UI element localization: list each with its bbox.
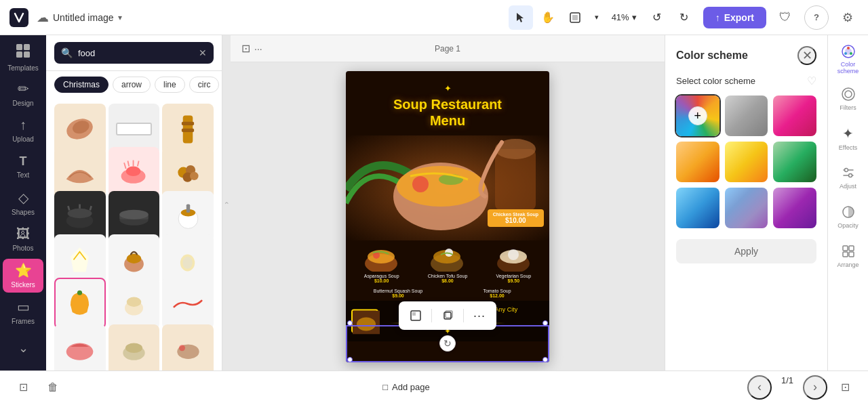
page-thumbnail-btn[interactable]: ⊡ [11, 375, 35, 400]
selection-handle-tl[interactable] [347, 320, 353, 326]
duplicate-btn[interactable] [437, 305, 458, 326]
price-tag: Chicken Steak Soup $10.00 [488, 209, 544, 227]
right-icon-adjust[interactable]: Adjust [831, 158, 866, 196]
redo-btn[interactable]: ↻ [672, 5, 696, 30]
scheme-rainbow[interactable]: + [676, 96, 719, 136]
filters-label: Filters [840, 104, 856, 111]
selection-handle-bl[interactable] [347, 357, 353, 362]
sticker-item[interactable] [108, 324, 160, 370]
right-icon-color-scheme[interactable]: Colorscheme [831, 41, 866, 79]
add-page-icon: □ [382, 382, 388, 392]
scheme-purple[interactable] [773, 188, 816, 228]
search-input[interactable] [78, 48, 193, 58]
scheme-purple-blue[interactable] [725, 188, 768, 228]
collapse-icon: ‹ [223, 202, 231, 204]
rotate-icon: ↻ [443, 338, 452, 349]
panel-collapse-handle[interactable]: ‹ [222, 35, 231, 370]
sidebar-item-more[interactable]: ⌄ [3, 331, 43, 365]
frames-label: Frames [12, 318, 35, 325]
export-button[interactable]: ↑ Export [703, 7, 766, 28]
scheme-grid: + [676, 96, 816, 228]
favorite-btn[interactable]: ♡ [807, 75, 816, 87]
color-scheme-panel: Color scheme ✕ Select color scheme ♡ + [665, 35, 827, 370]
color-scheme-content: Color scheme ✕ Select color scheme ♡ + [665, 35, 827, 370]
svg-point-29 [119, 210, 149, 219]
scheme-gray[interactable] [725, 96, 768, 136]
menu-item-0: Asparagus Soup $10.00 [350, 245, 413, 283]
design-title: Soup Restaurant Menu [353, 96, 542, 129]
scheme-green[interactable] [773, 142, 816, 182]
search-input-wrap[interactable]: 🔍 ✕ [54, 42, 214, 64]
clear-search-btn[interactable]: ✕ [199, 47, 207, 58]
scheme-yellow[interactable] [725, 142, 768, 182]
filter-tab-christmas[interactable]: Christmas [54, 77, 108, 93]
svg-point-73 [845, 91, 852, 98]
scheme-blue[interactable] [676, 188, 719, 228]
frame-tool[interactable] [563, 5, 587, 30]
next-page-btn[interactable]: › [803, 375, 827, 400]
right-icon-effects[interactable]: ✦ Effects [831, 119, 866, 157]
page-more-icon[interactable]: ··· [254, 43, 262, 54]
sidebar-item-design[interactable]: ✏ Design [3, 77, 43, 111]
page-expand-icon[interactable]: ⊡ [241, 42, 250, 55]
topbar: ☁ Untitled image ▾ ✋ ▾ 41% ▾ ↺ ↻ ↑ Expor… [0, 0, 868, 35]
rotate-handle[interactable]: ↻ [439, 335, 456, 352]
design-header: ✦ Soup Restaurant Menu [346, 71, 549, 135]
svg-point-44 [179, 345, 185, 351]
scheme-orange[interactable] [676, 142, 719, 182]
tool-group: ✋ ▾ 41% ▾ ↺ ↻ [509, 5, 696, 30]
right-icon-arrange[interactable]: Arrange [831, 237, 866, 275]
element-toolbar: ··· [399, 301, 496, 330]
sidebar-item-shapes[interactable]: ◇ Shapes [3, 186, 43, 220]
scheme-pink[interactable] [773, 96, 816, 136]
settings-btn[interactable]: ⚙ [835, 5, 860, 30]
photos-icon: 🖼 [16, 226, 30, 242]
delete-page-btn[interactable]: 🗑 [41, 375, 65, 400]
crop-btn[interactable] [406, 305, 426, 326]
frame-chevron-btn[interactable]: ▾ [590, 5, 604, 30]
selection-handle-tr[interactable] [542, 320, 548, 326]
sticker-item[interactable] [108, 278, 160, 329]
right-icon-filters[interactable]: Filters [831, 80, 866, 118]
filter-tab-line[interactable]: line [155, 77, 185, 93]
doc-title[interactable]: Untitled image [53, 12, 114, 23]
svg-rect-79 [843, 252, 848, 257]
selection-handle-br[interactable] [542, 357, 548, 362]
right-icon-opacity[interactable]: Opacity [831, 198, 866, 236]
shield-btn[interactable]: 🛡 [773, 5, 797, 30]
svg-line-26 [90, 206, 92, 210]
more-options-btn[interactable]: ··· [469, 305, 490, 326]
sticker-item[interactable] [162, 278, 214, 329]
svg-point-47 [397, 166, 485, 207]
bottom-center: □ Add page [72, 378, 741, 396]
help-btn[interactable]: ? [804, 5, 829, 30]
sidebar-item-templates[interactable]: Templates [3, 41, 43, 75]
star-top: ✦ [353, 83, 542, 93]
sidebar-item-upload[interactable]: ↑ Upload [3, 113, 43, 147]
logo[interactable] [8, 7, 30, 28]
hand-tool[interactable]: ✋ [536, 5, 560, 30]
sidebar-item-frames[interactable]: ▭ Frames [3, 295, 43, 329]
prev-page-btn[interactable]: ‹ [747, 375, 772, 400]
apply-btn[interactable]: Apply [676, 239, 816, 263]
expand-btn[interactable]: ⊡ [833, 375, 857, 400]
panel-close-btn[interactable]: ✕ [797, 46, 816, 65]
filter-tab-circ[interactable]: circ [189, 77, 220, 93]
pointer-tool[interactable] [509, 5, 533, 30]
sidebar-item-text[interactable]: T Text [3, 150, 43, 184]
sidebar-item-stickers[interactable]: ⭐ Stickers [3, 259, 43, 293]
filter-tab-arrow[interactable]: arrow [113, 77, 151, 93]
add-page-btn[interactable]: □ Add page [376, 378, 437, 396]
panel-title: Color scheme [676, 49, 748, 62]
upload-icon: ↑ [20, 117, 26, 133]
sticker-item[interactable] [162, 324, 214, 370]
undo-btn[interactable]: ↺ [645, 5, 669, 30]
menu-item-1: Chicken Tofu Soup $8.00 [416, 245, 479, 283]
sticker-item[interactable] [54, 324, 106, 370]
sidebar-item-photos[interactable]: 🖼 Photos [3, 222, 43, 256]
sticker-item[interactable] [54, 278, 106, 329]
doc-chevron-icon[interactable]: ▾ [118, 13, 122, 22]
zoom-control[interactable]: 41% ▾ [606, 9, 642, 25]
page-indicator: 1/1 [777, 375, 797, 400]
add-page-label: Add page [392, 382, 430, 392]
